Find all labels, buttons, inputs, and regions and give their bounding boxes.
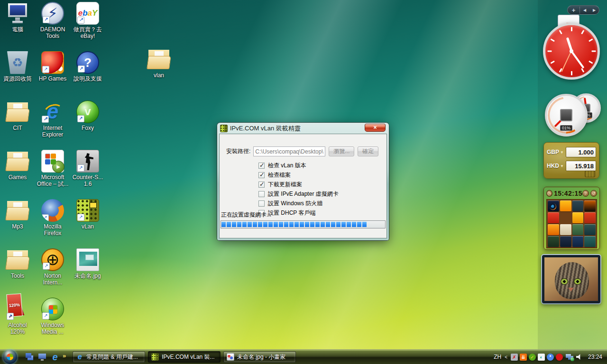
checkbox-checked-icon[interactable] [258,182,265,188]
tb-ie-icon: e [76,353,83,361]
media-player-tray-icon[interactable]: ◐ [538,354,545,361]
clock-tick [581,30,584,34]
desktop-icon-wmp[interactable]: Windows Media ... [36,298,70,347]
puzzle-tile[interactable] [560,200,571,211]
desktop-icon-foxy[interactable]: vFoxy [71,100,105,150]
alcohol-icon: A [6,298,29,320]
ok-button[interactable]: 確定 [358,146,378,156]
taskbar-button[interactable]: e常見問題 & 用戶建... [73,351,145,363]
cs-icon [76,150,99,173]
desktop-icon-help[interactable]: ?說明及支援 [71,51,105,100]
puzzle-tile[interactable] [560,224,571,235]
puzzle-timer-icon[interactable]: ◷ [546,190,552,197]
switch-windows-icon[interactable] [25,352,34,362]
next-page-button[interactable]: ▶ [589,8,599,12]
desktop-icon-image[interactable]: 未命名.jpg [71,248,105,298]
puzzle-tile[interactable] [560,236,571,247]
puzzle-tile[interactable] [584,212,596,223]
dialog-titlebar[interactable]: IPvE.COM vLan 裝載精靈 × [217,123,389,134]
puzzle-help-icon[interactable]: ? [582,190,589,197]
desktop-icon-label: 資源回收筒 [3,75,32,82]
progress-block [326,222,330,227]
network-icon[interactable] [565,354,574,361]
language-indicator[interactable]: ZH [494,354,501,360]
puzzle-tile[interactable] [572,224,584,235]
desktop-icon-firefox[interactable]: Mozilla Firefox [36,199,70,248]
speaker-icon[interactable] [576,354,583,360]
cat-eye [561,278,568,285]
start-button[interactable] [3,350,17,364]
puzzle-tile[interactable] [572,212,584,223]
checkbox-checked-icon[interactable] [258,172,265,178]
progress-block [258,222,262,227]
installer-dialog: IPvE.COM vLan 裝載精靈 × 安裝路徑: 瀏覽... 確定 檢查 v… [217,123,389,240]
flashget-tray-icon[interactable]: ⇊ [520,354,527,361]
desktop-icon-ebay[interactable]: ebaY做買賣？去 eBay! [71,2,105,51]
progress-block [315,222,320,227]
desktop-icon-folder[interactable]: CIT [0,100,35,150]
ebay-letter: Y [92,9,97,18]
progress-block [227,222,231,227]
quick-launch-overflow-chevron[interactable]: » [63,352,66,359]
puzzle-tile[interactable] [548,224,559,235]
desktop-icon-cs[interactable]: Counter-S... 1.6 [71,150,105,199]
puzzle-tile[interactable] [572,236,584,247]
checkbox-unchecked-icon[interactable] [258,191,265,197]
clock-gadget[interactable] [543,23,600,80]
system-tray: ZH < ✗⇊✓◐* 23:24 [494,354,607,361]
desktop-icon-folder[interactable]: Mp3 [0,199,35,248]
spyware-doctor-icon[interactable]: ✓ [529,354,536,361]
desktop-icon-office[interactable]: Microsoft Office – 試... [36,150,70,199]
chevron-down-icon[interactable]: ▼ [560,150,564,155]
desktop-icon-vlanapp[interactable]: vLan [71,199,105,248]
puzzle-tile[interactable] [584,236,596,247]
slideshow-gadget[interactable] [541,254,601,304]
currency-code-dropdown[interactable]: GBP [547,149,559,155]
close-icon[interactable]: × [365,124,386,132]
desktop-icon-ie[interactable]: eInternet Explorer [36,100,70,150]
desktop-icon-label: HP Games [39,75,66,82]
desktop-icon-alcohol[interactable]: AAlcohol 120% [0,298,35,347]
chevron-down-icon[interactable]: ▼ [560,164,564,168]
browse-button[interactable]: 瀏覽... [329,146,354,156]
show-desktop-icon[interactable] [37,352,47,362]
cpu-gauge[interactable]: 01% [545,94,588,136]
office-icon [41,150,64,173]
puzzle-tile[interactable] [584,200,596,211]
checkbox-row: 下載更新檔案 [258,180,339,189]
desktop-icon-recycle[interactable]: ♻資源回收筒 [0,51,35,100]
folder-icon [6,199,29,222]
ie-icon: e [41,100,64,123]
desktop-icon-hpgames[interactable]: HP Games [36,51,70,100]
desktop-icon-label: Norton Intern... [36,273,70,286]
puzzle-tile[interactable] [584,224,596,235]
desktop-icon-folder[interactable]: Tools [0,248,35,298]
desktop-icon-computer[interactable]: 電腦 [0,2,35,51]
puzzle-tile[interactable] [548,212,559,223]
desktop-icon-daemon[interactable]: ⚡DAEMON Tools [36,2,70,51]
sidebar-controls: + ◀ ▶ [567,5,599,15]
tray-chevron-icon[interactable]: < [505,355,507,360]
checkbox-checked-icon[interactable] [258,163,265,169]
puzzle-tile[interactable] [548,236,559,247]
internet-explorer-icon[interactable]: e [50,352,60,362]
install-path-input[interactable] [253,146,325,156]
antivirus-icon[interactable] [556,354,563,361]
puzzle-tile[interactable] [548,200,559,211]
add-gadget-button[interactable]: + [568,7,580,14]
prev-page-button[interactable]: ◀ [580,8,589,12]
desktop-icon-vlan-folder[interactable]: vlan [142,48,176,97]
taskbar-button-label: 常見問題 & 用戶建... [86,353,138,361]
currency-code-dropdown[interactable]: HKD [547,163,559,169]
folder-icon [6,100,29,123]
network-tool-icon[interactable]: * [547,354,554,361]
puzzle-shuffle-icon[interactable]: ↺ [590,190,597,197]
puzzle-tile[interactable] [572,200,584,211]
taskbar-clock[interactable]: 23:24 [588,354,602,360]
taskbar-button[interactable]: IPvE.COM vLan 裝... [148,351,221,363]
taskbar-button[interactable]: 未命名.jpg - 小畫家 [223,351,296,363]
checkbox-unchecked-icon[interactable] [258,200,265,207]
safely-remove-icon[interactable]: ✗ [511,354,518,361]
desktop-icon-norton[interactable]: ⊕Norton Intern... [36,248,70,298]
desktop-icon-folder[interactable]: Games [0,150,35,199]
